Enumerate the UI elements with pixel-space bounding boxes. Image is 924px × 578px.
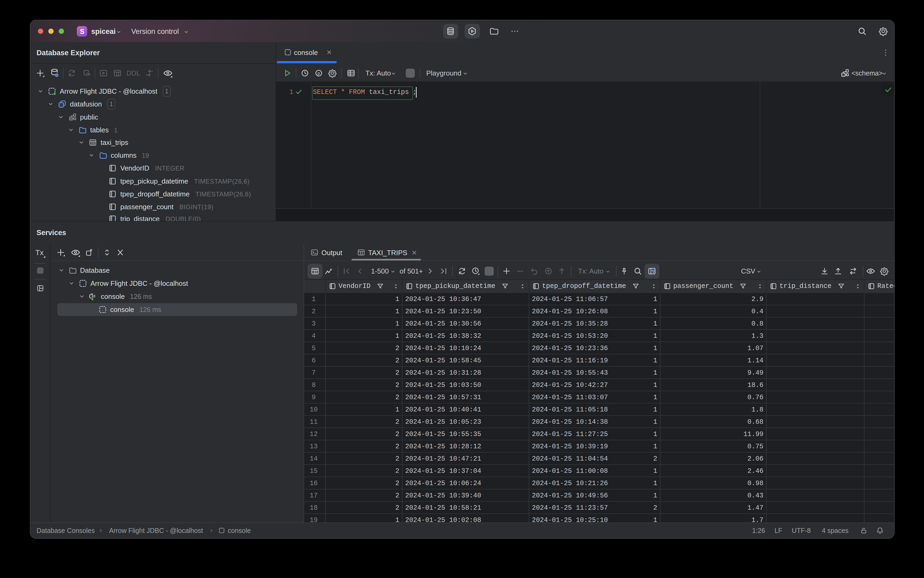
svg-text:p: p <box>318 71 320 76</box>
